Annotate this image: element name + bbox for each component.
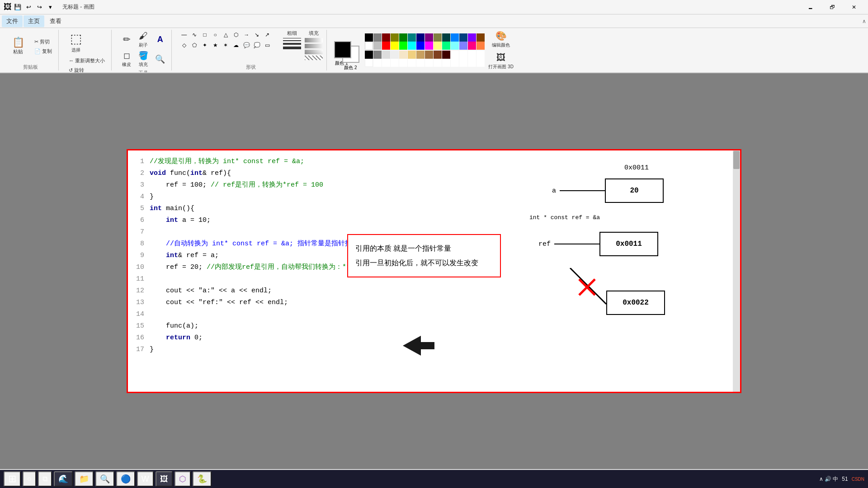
- qat-dropdown[interactable]: ▾: [45, 2, 55, 12]
- stroke-line-1[interactable]: [283, 38, 301, 38]
- pencil-button[interactable]: ✏: [119, 30, 134, 49]
- start-button[interactable]: ⊞: [4, 471, 21, 487]
- paint-canvas[interactable]: 1 //发现是引用，转换为 int* const ref = &a; 2 voi…: [127, 149, 741, 393]
- color-light-blue[interactable]: [451, 33, 459, 42]
- color-green[interactable]: [399, 42, 407, 50]
- color-slate-blue[interactable]: [459, 33, 467, 42]
- cut-button[interactable]: ✂ 剪切: [32, 38, 55, 46]
- canvas-area[interactable]: 1 //发现是引用，转换为 int* const ref = &a; 2 voi…: [0, 73, 868, 469]
- color-light-cyan[interactable]: [451, 42, 459, 50]
- close-button[interactable]: ✕: [844, 0, 864, 14]
- ribbon-collapse[interactable]: ∧: [862, 18, 866, 24]
- color-custom-24[interactable]: [442, 59, 450, 67]
- color-custom-3[interactable]: [382, 51, 390, 59]
- stroke-line-4[interactable]: [283, 47, 301, 49]
- color-custom-20[interactable]: [408, 59, 416, 67]
- color-dark-blue[interactable]: [416, 33, 425, 42]
- stroke-line-3[interactable]: [283, 43, 301, 45]
- color-dark-green[interactable]: [399, 33, 407, 42]
- color-custom-27[interactable]: [468, 59, 476, 67]
- minimize-button[interactable]: 🗕: [800, 0, 821, 14]
- color-custom-2[interactable]: [373, 51, 382, 59]
- color-custom-13[interactable]: [468, 51, 476, 59]
- task-view-button[interactable]: ⧉: [38, 471, 52, 487]
- color-hot-pink[interactable]: [468, 42, 476, 50]
- color-spring-green[interactable]: [442, 42, 450, 50]
- rotate-button[interactable]: ↺ 旋转: [66, 66, 108, 73]
- shape-thought[interactable]: 💭: [252, 40, 262, 50]
- shape-star6[interactable]: ✶: [221, 40, 231, 50]
- color-custom-8[interactable]: [425, 51, 433, 59]
- paste-button[interactable]: 📋 粘贴: [6, 33, 30, 60]
- menu-item-view[interactable]: 查看: [45, 15, 66, 27]
- copy-button[interactable]: 📄 复制: [32, 47, 55, 56]
- color-magenta[interactable]: [425, 42, 433, 50]
- color-orange[interactable]: [476, 42, 485, 50]
- color-yellow-green[interactable]: [434, 33, 442, 42]
- text-button[interactable]: A: [152, 30, 168, 49]
- color-custom-10[interactable]: [442, 51, 450, 59]
- color-yellow[interactable]: [391, 42, 399, 50]
- color-white[interactable]: [365, 42, 373, 50]
- color-cyan[interactable]: [408, 42, 416, 50]
- save-qat-button[interactable]: 💾: [13, 2, 23, 12]
- color-brown[interactable]: [476, 33, 485, 42]
- color-custom-21[interactable]: [416, 59, 425, 67]
- eraser-button[interactable]: ◻ 橡皮: [119, 50, 134, 69]
- scrollbar-vertical[interactable]: [733, 150, 740, 392]
- edge-button[interactable]: 🌊: [54, 471, 73, 487]
- menu-item-home[interactable]: 主页: [24, 15, 44, 27]
- shape-arrow-r[interactable]: →: [241, 30, 251, 40]
- shape-line[interactable]: —: [179, 30, 189, 40]
- color-silver[interactable]: [373, 42, 382, 50]
- fill-option-4[interactable]: [305, 56, 323, 60]
- color-custom-5[interactable]: [399, 51, 407, 59]
- color-custom-17[interactable]: [382, 59, 390, 67]
- vs-button[interactable]: ⬡: [175, 471, 191, 487]
- word-button[interactable]: W: [137, 471, 154, 487]
- app1-button[interactable]: 🔵: [116, 471, 135, 487]
- shape-arrow-ur[interactable]: ↗: [262, 30, 272, 40]
- browser-button[interactable]: 🔍: [95, 471, 114, 487]
- fill-option-1[interactable]: [305, 38, 323, 42]
- color-custom-4[interactable]: [391, 51, 399, 59]
- maximize-button[interactable]: 🗗: [822, 0, 843, 14]
- color-light-blue2[interactable]: [459, 42, 467, 50]
- color-custom-16[interactable]: [373, 59, 382, 67]
- undo-qat-button[interactable]: ↩: [24, 2, 33, 12]
- shape-curve[interactable]: ∿: [189, 30, 199, 40]
- search-button[interactable]: ○: [23, 471, 36, 487]
- shape-diamond[interactable]: ◇: [179, 40, 189, 50]
- shape-hex[interactable]: ⬡: [231, 30, 241, 40]
- color-custom-22[interactable]: [425, 59, 433, 67]
- paint-button[interactable]: 🖼: [156, 471, 173, 487]
- fill-button[interactable]: 🪣 填充: [136, 50, 151, 69]
- color-purple[interactable]: [425, 33, 433, 42]
- stroke-line-2[interactable]: [283, 40, 301, 41]
- shape-cloud[interactable]: ☁: [231, 40, 241, 50]
- color-blue[interactable]: [416, 42, 425, 50]
- color-custom-28[interactable]: [476, 59, 485, 67]
- brush-button[interactable]: 🖌 刷子: [136, 30, 151, 49]
- color-custom-9[interactable]: [434, 51, 442, 59]
- shape-arrow-dr[interactable]: ↘: [252, 30, 262, 40]
- color-violet[interactable]: [468, 33, 476, 42]
- explorer-button[interactable]: 📁: [75, 471, 94, 487]
- color-custom-1[interactable]: [365, 51, 373, 59]
- zoom-button[interactable]: 🔍: [152, 50, 168, 69]
- color1-swatch[interactable]: [334, 41, 351, 58]
- shape-circle[interactable]: ○: [210, 30, 220, 40]
- color-dark-teal[interactable]: [442, 33, 450, 42]
- color-light-yellow[interactable]: [434, 42, 442, 50]
- color-custom-18[interactable]: [391, 59, 399, 67]
- python-button[interactable]: 🐍: [193, 471, 212, 487]
- edit-colors-button[interactable]: 🎨 编辑颜色: [488, 30, 514, 49]
- fill-option-3[interactable]: [305, 50, 323, 54]
- select-button[interactable]: ⬚ 选择: [66, 30, 86, 55]
- menu-item-file[interactable]: 文件: [2, 15, 23, 27]
- color-dark-red[interactable]: [382, 33, 390, 42]
- color-custom-7[interactable]: [416, 51, 425, 59]
- color-custom-6[interactable]: [408, 51, 416, 59]
- color-custom-14[interactable]: [476, 51, 485, 59]
- shape-penta[interactable]: ⬠: [189, 40, 199, 50]
